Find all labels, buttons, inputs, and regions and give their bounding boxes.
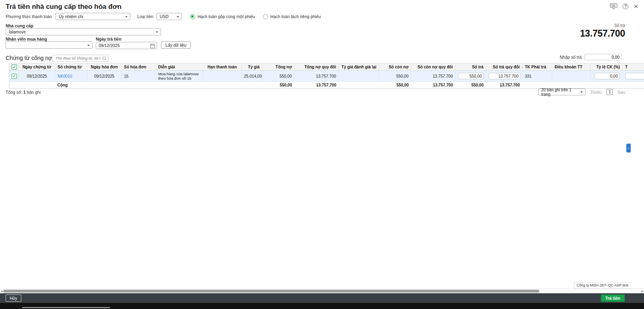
radio-merge-voucher-label: Hạch toán gộp cùng một phiếu [198, 14, 255, 19]
bottom-strip [0, 303, 644, 309]
cell-account: 331 [522, 71, 552, 82]
taskbar-segment [22, 307, 110, 308]
record-count: Tổng số: 1 bản ghi [6, 90, 41, 95]
pay-summary-label: Số trả [614, 23, 625, 28]
enter-pay-label: Nhập số trả [560, 55, 582, 60]
pay-date-input[interactable] [96, 42, 157, 49]
record-count-unit: bản ghi [27, 90, 41, 95]
get-data-button[interactable]: Lấy dữ liệu [161, 41, 191, 49]
cell-exchange-rate: 25.014,00 [242, 71, 262, 82]
col-doc-date: Ngày chứng từ [19, 64, 55, 71]
col-total-debt-conv: Tổng nợ quy đổi [295, 64, 339, 71]
horizontal-scrollbar[interactable]: ◂ ▸ [0, 288, 644, 293]
table-header-row: ✓ Ngày chứng từ Số chứng từ Ngày hóa đơn… [9, 64, 644, 71]
keyboard-shortcuts-icon[interactable] [610, 3, 617, 9]
window-toolbar: ? ✕ [610, 3, 638, 9]
table-row: ✓ 09/12/2025 NK0010 09/12/2025 15 Mua hà… [9, 71, 644, 82]
payment-method-label: Phương thức thanh toán [6, 14, 52, 19]
total-remain: 550,00 [379, 82, 411, 89]
col-due-date: Hạn thanh toán [203, 64, 242, 71]
col-description: Diễn giải [156, 64, 203, 71]
currency-value: USD [160, 14, 169, 19]
cell-due-date [203, 71, 242, 82]
col-reval-rate: Tỷ giá đánh giá lại [339, 64, 379, 71]
total-debt: 550,00 [262, 82, 295, 89]
col-invoice-date: Ngày hóa đơn [87, 64, 122, 71]
page-size-select[interactable]: 20 bản ghi trên 1 trang [538, 89, 586, 95]
radio-split-voucher[interactable]: Hạch toán tách riêng phiếu [263, 14, 321, 19]
collapse-panel-tab[interactable]: ‹ [626, 144, 631, 152]
radio-split-voucher-label: Hạch toán tách riêng phiếu [270, 14, 321, 19]
total-pay: 550,00 [456, 82, 486, 89]
pay-summary-value: 13.757.700 [580, 28, 625, 39]
cell-total-debt-conv: 13.757.700 [295, 71, 339, 82]
col-pay: Số trả [456, 64, 486, 71]
next-page-button[interactable]: Sau [617, 90, 625, 95]
supplier-select[interactable]: lalamove [6, 28, 161, 35]
col-remain: Số còn nợ [379, 64, 411, 71]
radio-merge-voucher[interactable]: Hạch toán gộp cùng một phiếu [190, 14, 255, 19]
cell-invoice-no: 15 [122, 71, 156, 82]
select-all-checkbox[interactable]: ✓ [12, 64, 17, 70]
scroll-left-icon[interactable]: ◂ [1, 289, 2, 293]
payment-method-select[interactable]: Ủy nhiệm chi [56, 13, 130, 20]
cell-description: Mua hàng của lalamove theo hóa đơn số 15 [156, 71, 203, 82]
debt-documents-table: ✓ Ngày chứng từ Số chứng từ Ngày hóa đơn… [9, 63, 644, 89]
cancel-button[interactable]: Hủy [6, 295, 21, 302]
discount-pct-input[interactable] [594, 73, 620, 79]
currency-select[interactable]: USD [157, 13, 182, 20]
col-account: TK Phải trả [522, 64, 552, 71]
enter-pay-field: Nhập số trả [560, 54, 622, 60]
pay-date-field [96, 41, 157, 49]
currency-label: Loại tiền [137, 14, 153, 19]
supplier-value: lalamove [9, 29, 26, 34]
check-icon: ✓ [12, 74, 16, 78]
cell-total-debt: 550,00 [262, 71, 295, 82]
total-remain-conv: 13.757.700 [411, 82, 456, 89]
cell-reval-rate [339, 71, 379, 82]
payment-options-row: Phương thức thanh toán Ủy nhiệm chi Loại… [6, 13, 321, 20]
cell-invoice-date: 09/12/2025 [87, 71, 122, 82]
pay-date-label: Ngày trả tiền [96, 37, 122, 41]
row-checkbox[interactable]: ✓ [12, 74, 17, 79]
cell-remain: 550,00 [379, 71, 411, 82]
buyer-label: Nhân viên mua hàng [6, 37, 47, 41]
cell-doc-date: 09/12/2025 [19, 71, 55, 82]
enter-pay-input[interactable] [584, 54, 622, 60]
cell-remain-conv: 13.757.700 [411, 71, 456, 82]
chevron-down-icon [125, 16, 128, 18]
close-icon[interactable]: ✕ [634, 4, 638, 9]
current-page-box[interactable]: 1 [607, 89, 613, 95]
pay-amount-conv-input[interactable] [489, 73, 520, 79]
total-debt-conv: 13.757.700 [295, 82, 339, 89]
scroll-right-icon[interactable]: ▸ [642, 289, 643, 293]
check-icon: ✓ [12, 65, 16, 69]
record-count-value: 1 [23, 90, 26, 95]
col-terms: Điều khoản TT [552, 64, 590, 71]
search-icon[interactable] [102, 55, 107, 62]
chevron-down-icon [177, 16, 179, 18]
page-size-value: 20 bản ghi trên 1 trang [541, 88, 578, 97]
scrollbar-thumb[interactable] [3, 290, 539, 293]
col-invoice-no: Số hóa đơn [122, 64, 156, 71]
help-icon[interactable]: ? [623, 4, 628, 9]
action-bar: Hủy Trả tiền [0, 293, 644, 303]
col-doc-no: Số chứng từ [55, 64, 87, 71]
pay-amount-input[interactable] [458, 73, 484, 79]
col-exchange-rate: Tỷ giá [242, 64, 262, 71]
total-label: Cộng [55, 82, 87, 89]
chevron-down-icon [87, 45, 90, 46]
company-name: Công ty MISA 267- QC ASP test [574, 282, 631, 288]
buyer-select[interactable] [6, 41, 93, 49]
pay-button[interactable]: Trả tiền [601, 295, 625, 302]
col-remain-conv: Số còn nợ quy đổi [411, 64, 456, 71]
search-input[interactable] [52, 55, 109, 62]
section-title: Chứng từ công nợ [6, 55, 52, 61]
prev-page-button[interactable]: Trước [590, 90, 602, 95]
calendar-icon[interactable] [150, 43, 155, 50]
chevron-down-icon [580, 91, 583, 93]
doc-no-link[interactable]: NK0010 [58, 74, 72, 78]
col-discount-pct: Tỷ lệ CK (%) [590, 64, 623, 71]
truncated-input[interactable] [625, 73, 644, 79]
search-field [52, 54, 109, 62]
